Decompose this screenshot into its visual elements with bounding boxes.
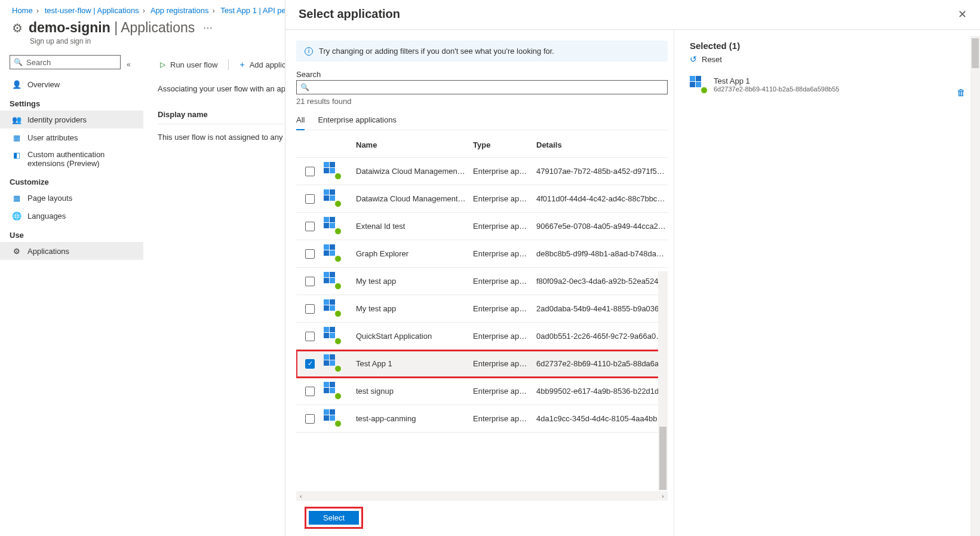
- row-details: 90667e5e-0708-4a05-a949-44cca2874834: [536, 222, 668, 231]
- results-count: 21 results found: [296, 97, 668, 106]
- toolbar-divider: [228, 59, 229, 70]
- sidebar-page-layouts[interactable]: ▦ Page layouts: [10, 189, 146, 207]
- select-button[interactable]: Select: [309, 511, 359, 525]
- row-checkbox[interactable]: [305, 167, 315, 176]
- col-type[interactable]: Type: [473, 140, 536, 149]
- crumb-2[interactable]: App registrations: [150, 6, 209, 15]
- reset-link[interactable]: ↺ Reset: [690, 54, 966, 64]
- col-details[interactable]: Details: [536, 140, 668, 149]
- row-checkbox[interactable]: [305, 249, 315, 259]
- person-icon: 👤: [12, 79, 21, 89]
- gear-icon: ⚙: [12, 246, 21, 256]
- crumb-3[interactable]: Test App 1 | API pe: [220, 6, 286, 15]
- row-name: test signup: [356, 387, 473, 396]
- table-row[interactable]: test-app-canmingEnterprise ap…4da1c9cc-3…: [296, 405, 668, 433]
- row-name: My test app: [356, 277, 473, 286]
- table-row[interactable]: Dataiwiza Cloud Management C…Enterprise …: [296, 158, 668, 185]
- table-row[interactable]: QuickStart ApplicationEnterprise ap…0ad0…: [296, 323, 668, 350]
- row-checkbox[interactable]: ✓: [305, 359, 315, 369]
- table-row[interactable]: test signupEnterprise ap…4bb99502-e617-4…: [296, 378, 668, 405]
- sidebar-identity-providers[interactable]: 👥 Identity providers: [0, 111, 143, 128]
- app-icon: [324, 409, 340, 426]
- row-details: 4f011d0f-44d4-4c42-ad4c-88c7bbcd1ac8: [536, 194, 668, 203]
- flyout-search-input[interactable]: [309, 83, 663, 92]
- sidebar-custom-auth-ext[interactable]: ◧ Custom authentication extensions (Prev…: [10, 146, 146, 171]
- app-icon: [324, 189, 340, 206]
- scroll-right-icon[interactable]: ›: [658, 491, 668, 501]
- row-checkbox[interactable]: [305, 387, 315, 396]
- row-details: 6d2737e2-8b69-4110-b2a5-88da6a598b55: [536, 359, 668, 368]
- selected-id: 6d2737e2-8b69-4110-b2a5-88da6a598b55: [714, 85, 839, 93]
- sidebar-applications[interactable]: ⚙ Applications: [0, 242, 143, 260]
- trash-icon[interactable]: 🗑: [957, 87, 966, 97]
- row-type: Enterprise ap…: [473, 194, 536, 203]
- selected-column: Selected (1) ↺ Reset Test App 1 6d2737e2…: [674, 30, 980, 536]
- selected-item: Test App 1 6d2737e2-8b69-4110-b2a5-88da6…: [690, 76, 966, 93]
- table-row[interactable]: ✓Test App 1Enterprise ap…6d2737e2-8b69-4…: [296, 350, 668, 378]
- col-name[interactable]: Name: [356, 140, 473, 149]
- more-menu-icon[interactable]: ⋯: [203, 22, 213, 33]
- run-userflow-button[interactable]: ▷ Run user flow: [158, 60, 220, 69]
- toolbar-label: Add applic: [250, 60, 286, 69]
- row-type: Enterprise ap…: [473, 249, 536, 258]
- add-application-button[interactable]: + Add applic: [237, 60, 288, 69]
- gear-icon: ⚙: [12, 21, 23, 35]
- table-row[interactable]: My test appEnterprise ap…f80f09a2-0ec3-4…: [296, 268, 668, 295]
- scroll-left-icon[interactable]: ‹: [296, 491, 306, 501]
- selected-name: Test App 1: [714, 76, 839, 85]
- page-title: demo-signin | Applications: [29, 20, 195, 36]
- app-icon: [324, 217, 340, 234]
- search-placeholder: Search: [26, 58, 51, 67]
- sidebar: 🔍 Search « 👤 Overview Settings 👥 Identit…: [0, 54, 146, 260]
- crumb-home[interactable]: Home: [12, 6, 33, 15]
- tab-enterprise[interactable]: Enterprise applications: [318, 112, 397, 130]
- tab-all[interactable]: All: [296, 112, 305, 130]
- picker-column: i Try changing or adding filters if you …: [285, 30, 674, 536]
- row-type: Enterprise ap…: [473, 304, 536, 313]
- row-details: 0ad0b551-2c26-465f-9c72-9a66a027c981: [536, 332, 668, 341]
- row-type: Enterprise ap…: [473, 414, 536, 423]
- close-icon[interactable]: ✕: [958, 8, 967, 21]
- vertical-scrollbar[interactable]: [658, 271, 668, 490]
- sidebar-group-use: Use: [10, 231, 146, 240]
- row-details: 479107ae-7b72-485b-a452-d971f532fe61: [536, 167, 668, 176]
- app-icon: [324, 244, 340, 261]
- panel-scrollbar[interactable]: [970, 36, 980, 536]
- table-row[interactable]: Graph ExplorerEnterprise ap…de8bc8b5-d9f…: [296, 240, 668, 268]
- flyout-search[interactable]: 🔍: [296, 80, 668, 94]
- table-row[interactable]: My test appEnterprise ap…2ad0daba-54b9-4…: [296, 295, 668, 323]
- row-type: Enterprise ap…: [473, 387, 536, 396]
- row-checkbox[interactable]: [305, 194, 315, 204]
- sidebar-user-attributes[interactable]: ▦ User attributes: [10, 128, 146, 146]
- sidebar-item-label: User attributes: [27, 133, 78, 142]
- select-footer: Select: [296, 501, 668, 536]
- row-type: Enterprise ap…: [473, 222, 536, 231]
- app-icon: [324, 354, 340, 371]
- sidebar-overview[interactable]: 👤 Overview: [10, 75, 146, 93]
- select-application-panel: Select application ✕ i Try changing or a…: [285, 0, 980, 536]
- sidebar-search[interactable]: 🔍 Search: [10, 55, 121, 69]
- table-row[interactable]: Extenal Id testEnterprise ap…90667e5e-07…: [296, 213, 668, 240]
- table-row[interactable]: Datawiza Cloud Management Co…Enterprise …: [296, 185, 668, 213]
- row-checkbox[interactable]: [305, 332, 315, 341]
- sidebar-item-label: Applications: [27, 247, 69, 256]
- collapse-sidebar-icon[interactable]: «: [127, 60, 131, 69]
- selected-heading: Selected (1): [690, 41, 966, 51]
- row-name: Graph Explorer: [356, 249, 473, 258]
- horizontal-scrollbar[interactable]: ‹ ›: [296, 491, 668, 501]
- row-name: Datawiza Cloud Management Co…: [356, 194, 473, 203]
- app-icon: [324, 382, 340, 399]
- row-checkbox[interactable]: [305, 304, 315, 314]
- attributes-icon: ▦: [12, 133, 21, 142]
- row-details: de8bc8b5-d9f9-48b1-a8ad-b748da725064: [536, 249, 668, 258]
- row-checkbox[interactable]: [305, 277, 315, 286]
- sidebar-languages[interactable]: 🌐 Languages: [10, 207, 146, 225]
- globe-icon: 🌐: [12, 211, 21, 220]
- row-checkbox[interactable]: [305, 222, 315, 231]
- row-name: Extenal Id test: [356, 222, 473, 231]
- row-type: Enterprise ap…: [473, 277, 536, 286]
- crumb-1[interactable]: test-user-flow | Applications: [45, 6, 139, 15]
- search-icon: 🔍: [300, 83, 309, 91]
- row-checkbox[interactable]: [305, 414, 315, 424]
- app-icon: [324, 162, 340, 179]
